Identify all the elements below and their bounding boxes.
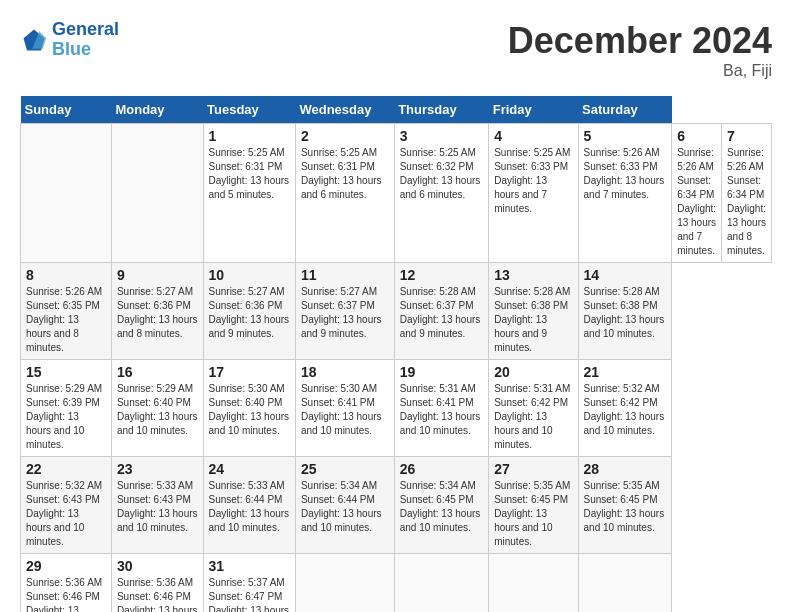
day-info: Sunrise: 5:27 AMSunset: 6:36 PMDaylight:… <box>117 285 198 341</box>
logo-text: General Blue <box>52 20 119 60</box>
calendar-cell: 22Sunrise: 5:32 AMSunset: 6:43 PMDayligh… <box>21 457 112 554</box>
calendar-cell: 26Sunrise: 5:34 AMSunset: 6:45 PMDayligh… <box>394 457 489 554</box>
calendar-cell: 19Sunrise: 5:31 AMSunset: 6:41 PMDayligh… <box>394 360 489 457</box>
day-info: Sunrise: 5:26 AMSunset: 6:34 PMDaylight:… <box>727 146 766 258</box>
day-number: 30 <box>117 558 198 574</box>
day-info: Sunrise: 5:25 AMSunset: 6:31 PMDaylight:… <box>301 146 389 202</box>
calendar-cell: 9Sunrise: 5:27 AMSunset: 6:36 PMDaylight… <box>111 263 203 360</box>
day-number: 22 <box>26 461 106 477</box>
day-info: Sunrise: 5:35 AMSunset: 6:45 PMDaylight:… <box>584 479 667 535</box>
calendar-cell: 18Sunrise: 5:30 AMSunset: 6:41 PMDayligh… <box>295 360 394 457</box>
calendar-cell: 5Sunrise: 5:26 AMSunset: 6:33 PMDaylight… <box>578 124 672 263</box>
calendar-cell: 15Sunrise: 5:29 AMSunset: 6:39 PMDayligh… <box>21 360 112 457</box>
day-info: Sunrise: 5:32 AMSunset: 6:43 PMDaylight:… <box>26 479 106 549</box>
calendar-cell <box>111 124 203 263</box>
calendar-cell: 31Sunrise: 5:37 AMSunset: 6:47 PMDayligh… <box>203 554 295 613</box>
calendar-cell: 14Sunrise: 5:28 AMSunset: 6:38 PMDayligh… <box>578 263 672 360</box>
day-number: 17 <box>209 364 290 380</box>
day-number: 10 <box>209 267 290 283</box>
weekday-header-row: SundayMondayTuesdayWednesdayThursdayFrid… <box>21 96 772 124</box>
calendar-cell: 29Sunrise: 5:36 AMSunset: 6:46 PMDayligh… <box>21 554 112 613</box>
calendar-cell <box>295 554 394 613</box>
day-info: Sunrise: 5:31 AMSunset: 6:42 PMDaylight:… <box>494 382 572 452</box>
day-number: 4 <box>494 128 572 144</box>
day-number: 31 <box>209 558 290 574</box>
day-info: Sunrise: 5:35 AMSunset: 6:45 PMDaylight:… <box>494 479 572 549</box>
title-block: December 2024 Ba, Fiji <box>508 20 772 80</box>
day-number: 18 <box>301 364 389 380</box>
calendar-cell: 16Sunrise: 5:29 AMSunset: 6:40 PMDayligh… <box>111 360 203 457</box>
day-number: 20 <box>494 364 572 380</box>
day-number: 6 <box>677 128 716 144</box>
day-number: 5 <box>584 128 667 144</box>
calendar-cell <box>21 124 112 263</box>
day-number: 29 <box>26 558 106 574</box>
calendar-cell: 7Sunrise: 5:26 AMSunset: 6:34 PMDaylight… <box>722 124 772 263</box>
day-info: Sunrise: 5:28 AMSunset: 6:38 PMDaylight:… <box>584 285 667 341</box>
day-number: 3 <box>400 128 484 144</box>
day-number: 11 <box>301 267 389 283</box>
calendar-cell: 11Sunrise: 5:27 AMSunset: 6:37 PMDayligh… <box>295 263 394 360</box>
calendar-cell: 6Sunrise: 5:26 AMSunset: 6:34 PMDaylight… <box>672 124 722 263</box>
month-title: December 2024 <box>508 20 772 62</box>
day-number: 9 <box>117 267 198 283</box>
day-info: Sunrise: 5:33 AMSunset: 6:43 PMDaylight:… <box>117 479 198 535</box>
day-number: 13 <box>494 267 572 283</box>
day-number: 8 <box>26 267 106 283</box>
day-info: Sunrise: 5:28 AMSunset: 6:37 PMDaylight:… <box>400 285 484 341</box>
day-number: 25 <box>301 461 389 477</box>
day-info: Sunrise: 5:26 AMSunset: 6:33 PMDaylight:… <box>584 146 667 202</box>
day-info: Sunrise: 5:33 AMSunset: 6:44 PMDaylight:… <box>209 479 290 535</box>
day-number: 28 <box>584 461 667 477</box>
day-number: 2 <box>301 128 389 144</box>
page-header: General Blue December 2024 Ba, Fiji <box>20 20 772 80</box>
calendar-table: SundayMondayTuesdayWednesdayThursdayFrid… <box>20 96 772 612</box>
calendar-cell: 27Sunrise: 5:35 AMSunset: 6:45 PMDayligh… <box>489 457 578 554</box>
day-number: 27 <box>494 461 572 477</box>
day-info: Sunrise: 5:34 AMSunset: 6:44 PMDaylight:… <box>301 479 389 535</box>
calendar-cell <box>489 554 578 613</box>
day-info: Sunrise: 5:25 AMSunset: 6:33 PMDaylight:… <box>494 146 572 216</box>
calendar-week-4: 22Sunrise: 5:32 AMSunset: 6:43 PMDayligh… <box>21 457 772 554</box>
day-info: Sunrise: 5:30 AMSunset: 6:40 PMDaylight:… <box>209 382 290 438</box>
calendar-week-5: 29Sunrise: 5:36 AMSunset: 6:46 PMDayligh… <box>21 554 772 613</box>
day-info: Sunrise: 5:25 AMSunset: 6:32 PMDaylight:… <box>400 146 484 202</box>
calendar-cell: 24Sunrise: 5:33 AMSunset: 6:44 PMDayligh… <box>203 457 295 554</box>
day-number: 19 <box>400 364 484 380</box>
weekday-header-wednesday: Wednesday <box>295 96 394 124</box>
calendar-cell: 25Sunrise: 5:34 AMSunset: 6:44 PMDayligh… <box>295 457 394 554</box>
day-info: Sunrise: 5:37 AMSunset: 6:47 PMDaylight:… <box>209 576 290 612</box>
day-number: 12 <box>400 267 484 283</box>
calendar-cell: 1Sunrise: 5:25 AMSunset: 6:31 PMDaylight… <box>203 124 295 263</box>
calendar-cell: 20Sunrise: 5:31 AMSunset: 6:42 PMDayligh… <box>489 360 578 457</box>
day-number: 24 <box>209 461 290 477</box>
calendar-cell <box>578 554 672 613</box>
day-info: Sunrise: 5:27 AMSunset: 6:37 PMDaylight:… <box>301 285 389 341</box>
calendar-cell <box>394 554 489 613</box>
day-info: Sunrise: 5:29 AMSunset: 6:39 PMDaylight:… <box>26 382 106 452</box>
weekday-header-saturday: Saturday <box>578 96 672 124</box>
calendar-cell: 13Sunrise: 5:28 AMSunset: 6:38 PMDayligh… <box>489 263 578 360</box>
day-info: Sunrise: 5:26 AMSunset: 6:34 PMDaylight:… <box>677 146 716 258</box>
day-info: Sunrise: 5:31 AMSunset: 6:41 PMDaylight:… <box>400 382 484 438</box>
day-number: 16 <box>117 364 198 380</box>
calendar-cell: 2Sunrise: 5:25 AMSunset: 6:31 PMDaylight… <box>295 124 394 263</box>
calendar-cell: 28Sunrise: 5:35 AMSunset: 6:45 PMDayligh… <box>578 457 672 554</box>
day-info: Sunrise: 5:34 AMSunset: 6:45 PMDaylight:… <box>400 479 484 535</box>
weekday-header-tuesday: Tuesday <box>203 96 295 124</box>
day-info: Sunrise: 5:28 AMSunset: 6:38 PMDaylight:… <box>494 285 572 355</box>
calendar-cell: 12Sunrise: 5:28 AMSunset: 6:37 PMDayligh… <box>394 263 489 360</box>
calendar-cell: 17Sunrise: 5:30 AMSunset: 6:40 PMDayligh… <box>203 360 295 457</box>
day-number: 23 <box>117 461 198 477</box>
calendar-cell: 4Sunrise: 5:25 AMSunset: 6:33 PMDaylight… <box>489 124 578 263</box>
day-number: 1 <box>209 128 290 144</box>
weekday-header-monday: Monday <box>111 96 203 124</box>
day-number: 15 <box>26 364 106 380</box>
day-info: Sunrise: 5:36 AMSunset: 6:46 PMDaylight:… <box>26 576 106 612</box>
calendar-cell: 10Sunrise: 5:27 AMSunset: 6:36 PMDayligh… <box>203 263 295 360</box>
day-info: Sunrise: 5:27 AMSunset: 6:36 PMDaylight:… <box>209 285 290 341</box>
calendar-cell: 30Sunrise: 5:36 AMSunset: 6:46 PMDayligh… <box>111 554 203 613</box>
logo: General Blue <box>20 20 119 60</box>
calendar-week-1: 1Sunrise: 5:25 AMSunset: 6:31 PMDaylight… <box>21 124 772 263</box>
day-info: Sunrise: 5:25 AMSunset: 6:31 PMDaylight:… <box>209 146 290 202</box>
